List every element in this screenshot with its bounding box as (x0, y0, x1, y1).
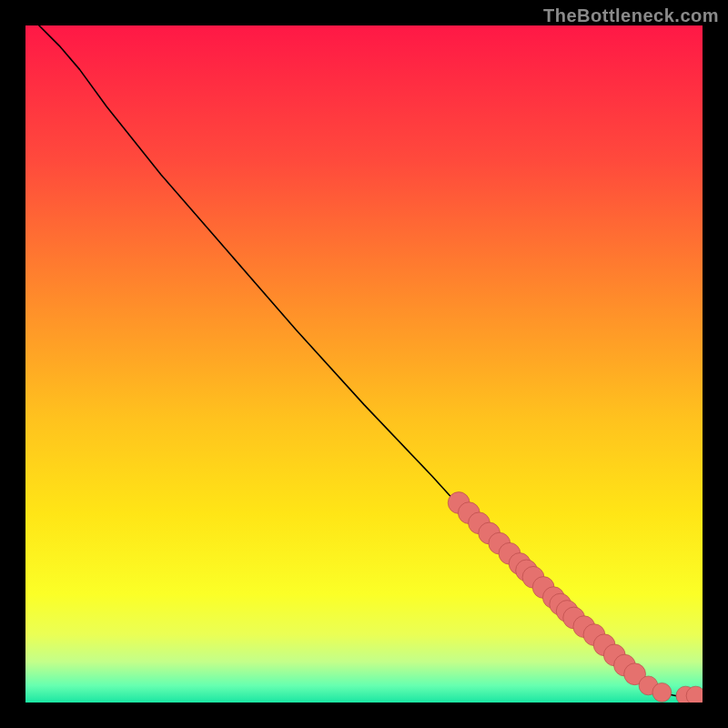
chart-plot (25, 25, 703, 703)
chart-background (25, 25, 703, 703)
attribution-label: TheBottleneck.com (543, 5, 719, 26)
chart-stage: TheBottleneck.com (0, 0, 728, 728)
chart-marker (652, 682, 672, 702)
